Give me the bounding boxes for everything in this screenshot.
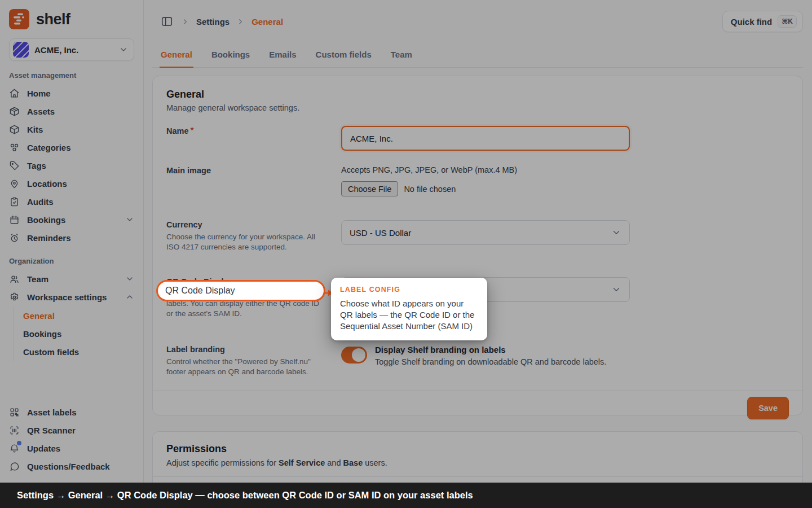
permissions-desc-middle: and <box>325 458 343 467</box>
settings-tabs: General Bookings Emails Custom fields Te… <box>152 43 803 68</box>
bell-icon <box>9 443 20 454</box>
notification-dot <box>17 441 21 445</box>
sidebar-item-label: Categories <box>27 143 71 152</box>
sidebar: shelf ACME, Inc. Asset management Home A… <box>0 0 144 508</box>
save-button[interactable]: Save <box>747 397 789 419</box>
sidebar-item-assets[interactable]: Assets <box>9 102 134 120</box>
sidebar-item-label: Asset labels <box>27 408 77 417</box>
sidebar-item-label: Assets <box>27 107 55 116</box>
general-settings-card: General Manage general workspace setting… <box>152 76 803 415</box>
sidebar-item-label: Workspace settings <box>27 292 107 302</box>
workspace-settings-subtree: General Bookings Custom fields <box>14 307 134 361</box>
chevron-down-icon <box>611 227 621 238</box>
toggle-knob <box>352 348 365 362</box>
currency-row: Currency Choose the currency for your wo… <box>166 220 789 252</box>
sidebar-item-home[interactable]: Home <box>9 84 134 102</box>
workspace-avatar <box>13 42 29 58</box>
sidebar-item-bookings[interactable]: Bookings <box>9 211 134 229</box>
app-logo[interactable]: shelf <box>9 8 134 38</box>
topbar: Settings General Quick find ⌘K <box>144 0 812 43</box>
breadcrumb-general[interactable]: General <box>251 17 283 27</box>
chevron-right-icon <box>181 17 189 26</box>
clipboard-icon <box>9 196 20 207</box>
alarm-icon <box>9 232 20 243</box>
highlight-label: QR Code Display <box>165 286 235 296</box>
branding-toggle-title: Display Shelf branding on labels <box>375 345 606 354</box>
workspace-name: ACME, Inc. <box>34 45 113 55</box>
sidebar-item-updates[interactable]: Updates <box>9 439 134 457</box>
tooltip-title: LABEL CONFIG <box>340 286 478 294</box>
main-image-row: Main image Accepts PNG, JPG, JPEG, or We… <box>166 165 789 196</box>
workspace-selector[interactable]: ACME, Inc. <box>9 38 134 61</box>
sidebar-subitem-general[interactable]: General <box>23 307 134 325</box>
caption-text: Settings → General → QR Code Display — c… <box>17 490 473 501</box>
currency-description: Choose the currency for your workspace. … <box>166 232 325 252</box>
currency-selected-value: USD - US Dollar <box>350 228 411 238</box>
sidebar-section-organization: Organization <box>9 257 134 265</box>
permissions-desc-prefix: Adjust specific permissions for <box>166 458 279 467</box>
chevron-down-icon <box>611 284 621 295</box>
qr-code-display-highlight: QR Code Display <box>156 280 325 301</box>
main-content: Settings General Quick find ⌘K General B… <box>144 0 812 508</box>
tab-general[interactable]: General <box>160 43 193 67</box>
currency-select[interactable]: USD - US Dollar <box>341 220 630 245</box>
tag-icon <box>9 160 20 171</box>
choose-file-button[interactable]: Choose File <box>341 181 398 196</box>
tab-bookings[interactable]: Bookings <box>210 43 251 67</box>
sidebar-item-workspace-settings[interactable]: Workspace settings <box>9 288 134 306</box>
quick-find-label: Quick find <box>731 17 772 27</box>
calendar-icon <box>9 214 20 225</box>
name-row: Name* <box>166 126 789 151</box>
tab-custom-fields[interactable]: Custom fields <box>315 43 373 67</box>
permissions-title: Permissions <box>166 443 789 455</box>
sidebar-item-label: Updates <box>27 444 60 453</box>
sidebar-item-qr-scanner[interactable]: QR Scanner <box>9 421 134 439</box>
sidebar-item-categories[interactable]: Categories <box>9 138 134 156</box>
sidebar-item-tags[interactable]: Tags <box>9 156 134 174</box>
workspace-name-input[interactable] <box>341 126 630 151</box>
label-branding-description: Control whether the "Powered by Shelf.nu… <box>166 357 325 377</box>
branding-toggle[interactable] <box>341 347 367 364</box>
sidebar-subitem-bookings[interactable]: Bookings <box>23 325 134 343</box>
sidebar-item-asset-labels[interactable]: Asset labels <box>9 403 134 421</box>
permissions-description: Adjust specific permissions for Self Ser… <box>166 458 789 467</box>
sidebar-item-team[interactable]: Team <box>9 270 134 288</box>
file-upload-control: Choose File No file chosen <box>341 181 630 196</box>
sidebar-item-questions-feedback[interactable]: Questions/Feedback <box>9 457 134 475</box>
kits-icon <box>9 124 20 135</box>
sidebar-section-asset-management: Asset management <box>9 71 134 80</box>
main-image-label: Main image <box>166 166 211 175</box>
label-config-tooltip: LABEL CONFIG Choose what ID appears on y… <box>331 278 487 340</box>
tooltip-body: Choose what ID appears on your QR labels… <box>340 298 478 332</box>
home-icon <box>9 87 20 99</box>
file-format-hint: Accepts PNG, JPG, JPEG, or WebP (max.4 M… <box>341 165 630 174</box>
label-branding-label: Label branding <box>166 345 325 354</box>
quick-find-button[interactable]: Quick find ⌘K <box>722 11 803 32</box>
map-pin-icon <box>9 178 20 189</box>
chevron-down-icon <box>125 215 134 224</box>
sidebar-item-audits[interactable]: Audits <box>9 192 134 211</box>
sidebar-footer: Asset labels QR Scanner Updates Question… <box>9 403 134 475</box>
sidebar-toggle-button[interactable] <box>160 14 174 29</box>
chevron-right-icon <box>236 17 245 26</box>
gear-icon <box>9 291 20 303</box>
sidebar-item-locations[interactable]: Locations <box>9 174 134 192</box>
scan-icon <box>9 424 20 436</box>
sidebar-item-label: Bookings <box>27 215 65 225</box>
chevron-up-icon <box>125 292 134 301</box>
sidebar-item-kits[interactable]: Kits <box>9 120 134 138</box>
currency-label: Currency <box>166 220 325 229</box>
app-root: shelf ACME, Inc. Asset management Home A… <box>0 0 812 508</box>
sidebar-item-reminders[interactable]: Reminders <box>9 229 134 247</box>
sidebar-item-label: Locations <box>27 179 67 189</box>
permissions-desc-self-service: Self Service <box>279 458 325 467</box>
categories-icon <box>9 142 20 153</box>
tab-emails[interactable]: Emails <box>268 43 297 67</box>
sidebar-subitem-custom-fields[interactable]: Custom fields <box>23 343 134 361</box>
permissions-desc-suffix: users. <box>363 458 387 467</box>
breadcrumb-settings[interactable]: Settings <box>196 17 230 27</box>
sidebar-item-label: Tags <box>27 161 46 170</box>
page-subtitle: Manage general workspace settings. <box>166 103 789 112</box>
divider <box>153 476 802 477</box>
tab-team[interactable]: Team <box>390 43 413 67</box>
